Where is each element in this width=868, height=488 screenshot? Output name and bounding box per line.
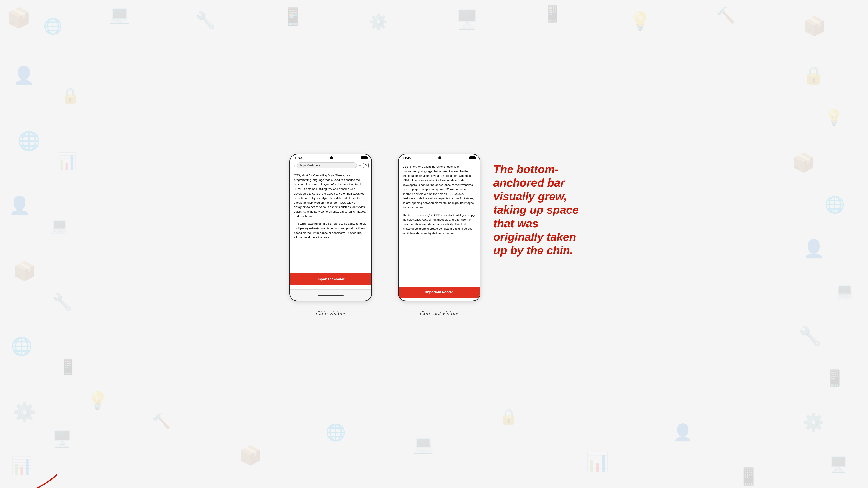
battery-icon-right: [469, 156, 475, 159]
caption-right: Chin not visible: [420, 310, 458, 317]
main-content: 11:45 ⌂ https://web.dev/ + 5: [0, 0, 868, 488]
address-bar-actions: + 5: [359, 163, 369, 168]
battery-left: [361, 156, 367, 159]
annotation-line-3: visually grew,: [493, 190, 579, 203]
status-time-right: 11:45: [403, 156, 411, 160]
caption-left: Chin visible: [316, 310, 345, 317]
phone-chin: [290, 289, 371, 301]
battery-icon-left: [361, 156, 367, 159]
status-bar-right: 11:45: [399, 155, 480, 161]
status-time-left: 11:45: [294, 156, 302, 160]
annotation-line-4: taking up space: [493, 203, 579, 217]
annotation-line-1: The bottom-: [493, 162, 579, 176]
content-paragraph-1-left: CSS, short for Cascading Style Sheets, i…: [294, 173, 367, 219]
status-bar-left: 11:45: [290, 155, 371, 161]
phone-no-chin-wrapper: 11:45 CSS, short for Cascading Style She…: [398, 154, 480, 317]
phone-no-chin: 11:45 CSS, short for Cascading Style She…: [398, 154, 480, 301]
content-paragraph-2-left: The term "cascading" in CSS refers to it…: [294, 222, 367, 240]
battery-right: [469, 156, 475, 159]
phone-content-wrapper-left: CSS, short for Cascading Style Sheets, i…: [290, 170, 371, 296]
phone-content-wrapper-right: CSS, short for Cascading Style Sheets, i…: [399, 161, 480, 298]
content-paragraph-1-right: CSS, short for Cascading Style Sheets, i…: [403, 165, 476, 210]
annotation-line-5: that was: [493, 217, 579, 230]
phone-with-chin-wrapper: 11:45 ⌂ https://web.dev/ + 5: [289, 154, 372, 317]
home-icon: ⌂: [293, 163, 295, 168]
chin-home-bar: [318, 295, 344, 296]
footer-left: Important Footer: [290, 273, 371, 285]
annotation-container: The bottom- anchored bar visually grew, …: [493, 154, 579, 257]
tabs-count-badge[interactable]: 5: [363, 163, 369, 168]
url-text: https://web.dev/: [300, 164, 320, 167]
phones-comparison: 11:45 ⌂ https://web.dev/ + 5: [289, 154, 579, 317]
footer-label-right: Important Footer: [425, 290, 453, 294]
content-paragraph-2-right: The term "cascading" in CSS refers to it…: [403, 213, 476, 236]
annotation-line-2: anchored bar: [493, 176, 579, 189]
phone-with-chin: 11:45 ⌂ https://web.dev/ + 5: [289, 154, 372, 301]
address-bar-row: ⌂ https://web.dev/ + 5: [290, 161, 371, 170]
annotation-text: The bottom- anchored bar visually grew, …: [493, 162, 579, 257]
phone-content-right: CSS, short for Cascading Style Sheets, i…: [399, 161, 480, 242]
address-bar[interactable]: https://web.dev/: [297, 162, 357, 168]
add-tab-button[interactable]: +: [359, 163, 361, 168]
camera-dot-left: [330, 156, 333, 159]
footer-label-left: Important Footer: [317, 278, 345, 281]
annotation-line-7: up by the chin.: [493, 243, 579, 257]
annotation-arrow: [0, 470, 61, 488]
footer-right: Important Footer: [399, 287, 480, 298]
camera-dot-right: [438, 156, 441, 159]
annotation-line-6: originally taken: [493, 230, 579, 243]
